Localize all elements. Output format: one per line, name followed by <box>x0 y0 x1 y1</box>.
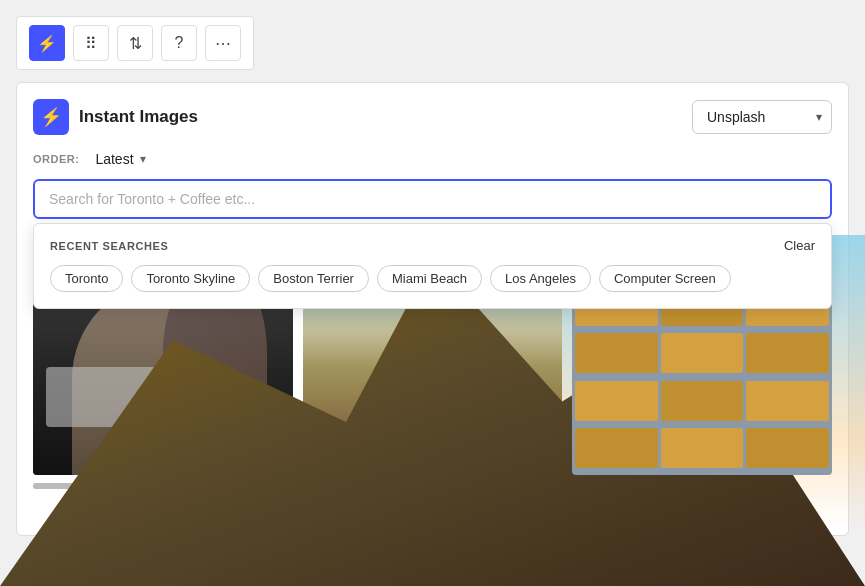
order-value: Latest <box>95 151 133 167</box>
search-input[interactable] <box>33 179 832 219</box>
order-chevron-icon: ▾ <box>140 152 146 166</box>
bolt-button[interactable]: ⚡ <box>29 25 65 61</box>
panel-title: Instant Images <box>79 107 198 127</box>
search-tag[interactable]: Boston Terrier <box>258 265 369 292</box>
source-select-wrapper[interactable]: Unsplash Pexels Pixabay ▾ <box>692 100 832 134</box>
panel-bolt-icon: ⚡ <box>40 106 62 128</box>
search-dropdown: RECENT SEARCHES Clear TorontoToronto Sky… <box>33 223 832 309</box>
source-select[interactable]: Unsplash Pexels Pixabay <box>692 100 832 134</box>
order-row: ORDER: Latest ▾ <box>33 151 832 167</box>
arrows-button[interactable]: ⇅ <box>117 25 153 61</box>
page-wrapper: ⚡ ⠿ ⇅ ? ⋯ ⚡ Instant Images Unsplas <box>16 16 849 536</box>
search-tag[interactable]: Toronto Skyline <box>131 265 250 292</box>
panel-header: ⚡ Instant Images Unsplash Pexels Pixabay… <box>33 99 832 135</box>
tag-row: TorontoToronto SkylineBoston TerrierMiam… <box>50 265 815 292</box>
drag-button[interactable]: ⠿ <box>73 25 109 61</box>
panel-title-group: ⚡ Instant Images <box>33 99 198 135</box>
order-dropdown-trigger[interactable]: Latest ▾ <box>95 151 145 167</box>
search-tag[interactable]: Los Angeles <box>490 265 591 292</box>
order-label: ORDER: <box>33 153 79 165</box>
drag-icon: ⠿ <box>85 34 97 53</box>
search-tag[interactable]: Miami Beach <box>377 265 482 292</box>
arrows-icon: ⇅ <box>129 34 142 53</box>
search-tag[interactable]: Computer Screen <box>599 265 731 292</box>
help-icon: ? <box>175 34 184 52</box>
more-icon: ⋯ <box>215 34 231 53</box>
search-area: RECENT SEARCHES Clear TorontoToronto Sky… <box>33 179 832 219</box>
more-button[interactable]: ⋯ <box>205 25 241 61</box>
bolt-icon: ⚡ <box>37 34 57 53</box>
toolbar: ⚡ ⠿ ⇅ ? ⋯ <box>16 16 254 70</box>
search-tag[interactable]: Toronto <box>50 265 123 292</box>
clear-button[interactable]: Clear <box>784 238 815 253</box>
dropdown-header: RECENT SEARCHES Clear <box>50 238 815 253</box>
main-panel: ⚡ Instant Images Unsplash Pexels Pixabay… <box>16 82 849 536</box>
panel-icon: ⚡ <box>33 99 69 135</box>
help-button[interactable]: ? <box>161 25 197 61</box>
recent-searches-label: RECENT SEARCHES <box>50 240 168 252</box>
